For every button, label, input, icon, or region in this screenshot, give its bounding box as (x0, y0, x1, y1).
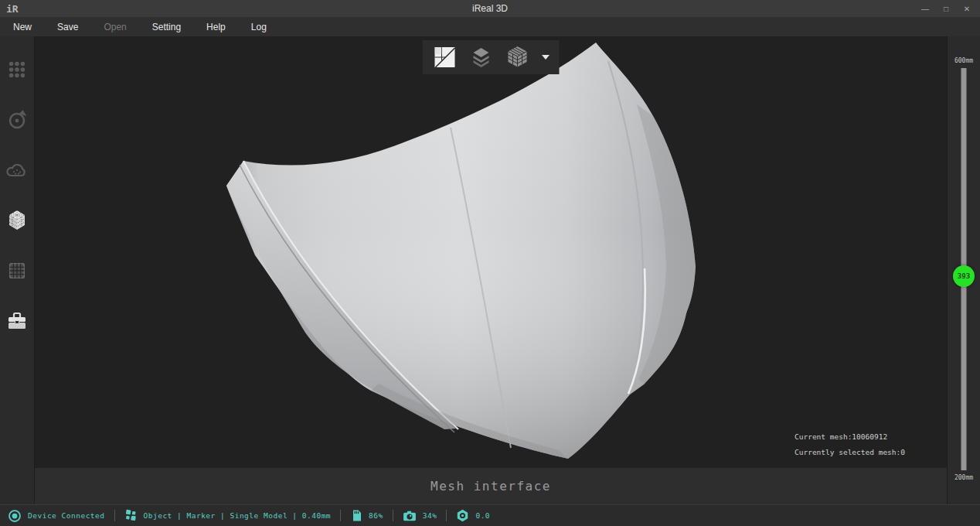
scan-mode-group: Object | Marker | Single Model | 0.40mm (124, 509, 332, 522)
slider-max-label: 600mm (948, 57, 980, 64)
layers-icon[interactable] (468, 44, 495, 70)
left-toolbar (0, 36, 35, 504)
section-view-icon[interactable] (432, 44, 458, 70)
hexagon-nut-icon (456, 509, 469, 522)
menu-save[interactable]: Save (54, 22, 81, 32)
menu-help[interactable]: Help (203, 22, 229, 32)
marker-icon (124, 509, 138, 522)
record-status-icon (8, 509, 22, 523)
speed-value-text: 0.0 (475, 511, 490, 520)
ireal3d-window: iR iReal 3D — □ ✕ New Save Open Setting … (0, 0, 980, 526)
menu-setting[interactable]: Setting (149, 22, 184, 32)
scan-dial-icon[interactable] (5, 108, 29, 132)
mesh-cube-icon[interactable] (5, 209, 29, 232)
menu-bar: New Save Open Setting Help Log (0, 17, 980, 36)
camera-group: 34% (403, 510, 437, 522)
maximize-button[interactable]: □ (939, 2, 953, 15)
current-mesh-count: Current mesh:10060912 (795, 429, 905, 445)
toolbox-icon[interactable] (5, 309, 29, 333)
window-controls: — □ ✕ (918, 2, 980, 15)
speed-group: 0.0 (456, 509, 490, 522)
window-title: iReal 3D (0, 3, 980, 14)
statusbar-divider (340, 510, 341, 521)
scan-mode-text: Object | Marker | Single Model | 0.40mm (144, 511, 332, 520)
mode-bar: Mesh interface (35, 468, 947, 504)
range-slider-handle[interactable]: 393 (953, 265, 975, 287)
statusbar-divider (446, 510, 447, 521)
camera-icon (403, 510, 417, 522)
close-button[interactable]: ✕ (960, 2, 974, 15)
statusbar-divider (114, 510, 115, 521)
point-cloud-icon[interactable] (5, 159, 29, 182)
status-bar: Device Connected Object | Marker | Singl… (0, 504, 980, 526)
3d-viewport[interactable]: Current mesh:10060912 Currently selected… (35, 36, 947, 468)
slider-min-label: 200mm (948, 474, 980, 481)
menu-open: Open (100, 22, 129, 32)
menu-log[interactable]: Log (248, 22, 270, 32)
camera-percent-text: 34% (423, 511, 437, 520)
dots-grid-icon[interactable] (5, 58, 29, 81)
view-toolbar (423, 40, 560, 74)
device-status-text: Device Connected (28, 511, 105, 520)
title-bar: iR iReal 3D — □ ✕ (0, 0, 980, 17)
selected-mesh-count: Currently selected mesh:0 (795, 445, 905, 460)
mesh-model[interactable] (35, 36, 947, 468)
grid-table-icon[interactable] (5, 259, 29, 282)
brick-cube-icon[interactable] (505, 44, 531, 70)
menu-new[interactable]: New (10, 22, 35, 32)
dropdown-caret-icon[interactable] (541, 53, 550, 61)
device-status-group: Device Connected (8, 509, 105, 523)
mode-label: Mesh interface (430, 479, 551, 494)
mesh-info: Current mesh:10060912 Currently selected… (795, 429, 905, 460)
memory-card-icon (350, 509, 362, 522)
slider-value: 393 (958, 272, 970, 280)
memory-group: 86% (350, 509, 383, 522)
memory-percent-text: 86% (369, 511, 383, 520)
statusbar-divider (393, 510, 393, 521)
depth-range-panel: 600mm 393 200mm (947, 36, 980, 504)
minimize-button[interactable]: — (918, 2, 932, 15)
